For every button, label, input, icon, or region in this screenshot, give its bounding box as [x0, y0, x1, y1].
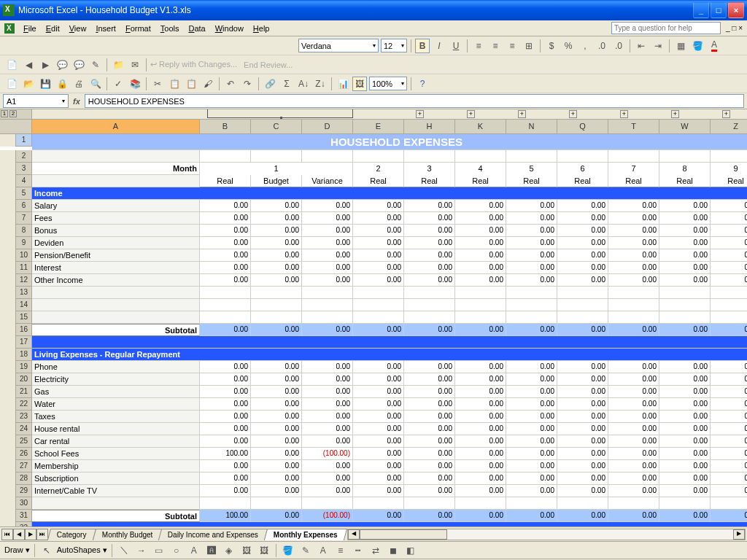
cell-value[interactable]: 0.00	[353, 237, 404, 249]
cell-value[interactable]: 0.00	[404, 200, 455, 212]
line-button[interactable]: ＼	[117, 543, 131, 558]
cell-value[interactable]: 0.00	[506, 200, 557, 212]
close-button[interactable]: ×	[728, 2, 744, 18]
cell-value[interactable]: 0.00	[353, 373, 404, 386]
cell-value[interactable]: 0.00	[302, 361, 353, 373]
cell-value[interactable]: 0.00	[302, 485, 353, 497]
column-header-W[interactable]: W	[659, 120, 711, 134]
autosum-button[interactable]: Σ	[279, 77, 294, 91]
cell[interactable]	[302, 287, 353, 299]
cell-value[interactable]: 0.00	[608, 411, 659, 423]
cell-value[interactable]: 0.00	[659, 460, 711, 472]
cut-button[interactable]: ✂	[150, 77, 165, 91]
underline-button[interactable]: U	[449, 39, 463, 53]
cell-value[interactable]: 0.00	[659, 373, 711, 386]
tab-last-button[interactable]: ⏭	[36, 529, 48, 540]
cell-value[interactable]: 0.00	[455, 200, 506, 212]
cell-value[interactable]: 0.00	[200, 460, 251, 472]
cell[interactable]	[455, 287, 506, 299]
maximize-button[interactable]: □	[711, 2, 727, 18]
cell-value[interactable]: 0.00	[608, 423, 659, 435]
merge-center-button[interactable]: ⊞	[522, 39, 536, 53]
item-label[interactable]: Gas	[32, 386, 200, 398]
cell-value[interactable]: 0.00	[302, 398, 353, 411]
cell-value[interactable]: 0.00	[506, 225, 557, 237]
cell[interactable]	[251, 311, 302, 324]
row-header-7[interactable]: 7	[16, 212, 32, 225]
cell-value[interactable]: 0.00	[557, 200, 608, 212]
cell-value[interactable]: 0.00	[302, 423, 353, 435]
cell[interactable]	[506, 150, 557, 163]
clipart-button[interactable]: 🖼	[239, 543, 254, 558]
cell[interactable]	[506, 311, 557, 324]
cell[interactable]	[711, 287, 747, 299]
cell-value[interactable]: 0.00	[608, 373, 659, 386]
cell-value[interactable]: 0.00	[711, 200, 747, 212]
format-painter-button[interactable]: 🖌	[201, 77, 215, 91]
cell[interactable]	[659, 287, 711, 299]
cell-value[interactable]: 0.00	[455, 237, 506, 249]
cell-value[interactable]: 0.00	[608, 460, 659, 472]
cell-value[interactable]: 0.00	[353, 460, 404, 472]
cell-value[interactable]: 0.00	[404, 225, 455, 237]
cell-value[interactable]: 0.00	[557, 435, 608, 448]
draw-menu[interactable]: Draw ▾	[4, 545, 30, 555]
cell-value[interactable]: 0.00	[200, 361, 251, 373]
cell[interactable]	[251, 287, 302, 299]
align-right-button[interactable]: ≡	[505, 39, 519, 53]
cell-value[interactable]: 0.00	[302, 212, 353, 225]
cell-value[interactable]: 0.00	[353, 398, 404, 411]
outline-expand-button[interactable]: +	[467, 110, 475, 118]
cell[interactable]	[557, 497, 608, 510]
tab-first-button[interactable]: ⏮	[1, 529, 13, 540]
cell-value[interactable]: 0.00	[455, 212, 506, 225]
column-header-H[interactable]: H	[404, 120, 455, 134]
cell[interactable]	[251, 497, 302, 510]
cell[interactable]	[353, 287, 404, 299]
cell-value[interactable]: 0.00	[200, 249, 251, 262]
cell-value[interactable]: 0.00	[455, 386, 506, 398]
cell[interactable]	[200, 150, 251, 163]
cell[interactable]	[200, 311, 251, 324]
row-header-5[interactable]: 5	[16, 187, 32, 200]
menu-tools[interactable]: Tools	[156, 23, 184, 34]
cell-value[interactable]: 0.00	[557, 398, 608, 411]
cell-value[interactable]: 0.00	[506, 411, 557, 423]
permission-button[interactable]: 🔒	[55, 77, 69, 91]
undo-button[interactable]: ↶	[223, 77, 238, 91]
cell-value[interactable]: 0.00	[711, 361, 747, 373]
cell-value[interactable]: 0.00	[659, 448, 711, 460]
cell[interactable]	[557, 287, 608, 299]
cell-value[interactable]: 0.00	[711, 212, 747, 225]
cell-value[interactable]: 0.00	[455, 435, 506, 448]
cell-value[interactable]: 0.00	[711, 448, 747, 460]
cell-value[interactable]: 0.00	[200, 398, 251, 411]
select-objects-button[interactable]: ↖	[39, 543, 54, 558]
cell-value[interactable]: 0.00	[608, 435, 659, 448]
cell-value[interactable]: 0.00	[659, 423, 711, 435]
line-color-button[interactable]: ✎	[298, 543, 313, 558]
cell-value[interactable]: 0.00	[302, 386, 353, 398]
sort-asc-button[interactable]: A↓	[296, 77, 311, 91]
row-header-9[interactable]: 9	[16, 237, 32, 249]
cell-value[interactable]: 100.00	[200, 448, 251, 460]
cell-value[interactable]: 0.00	[608, 448, 659, 460]
row-header-15[interactable]: 15	[16, 311, 32, 324]
cell-value[interactable]: 0.00	[200, 274, 251, 287]
cell-value[interactable]: 0.00	[200, 435, 251, 448]
cell-value[interactable]: 0.00	[455, 225, 506, 237]
menu-view[interactable]: View	[65, 23, 91, 34]
cell-value[interactable]: 0.00	[251, 423, 302, 435]
fill-color-button[interactable]: 🪣	[690, 39, 705, 53]
cell-value[interactable]: 0.00	[506, 237, 557, 249]
cell[interactable]	[711, 497, 747, 510]
row-header-27[interactable]: 27	[16, 460, 32, 472]
cell-value[interactable]: 0.00	[353, 200, 404, 212]
cell-value[interactable]: 0.00	[200, 472, 251, 485]
column-header-D[interactable]: D	[302, 120, 353, 134]
cell[interactable]	[353, 150, 404, 163]
cell-value[interactable]: 0.00	[455, 361, 506, 373]
cell-value[interactable]: 0.00	[302, 472, 353, 485]
cell-value[interactable]: 0.00	[200, 262, 251, 274]
cell-value[interactable]: 0.00	[353, 472, 404, 485]
